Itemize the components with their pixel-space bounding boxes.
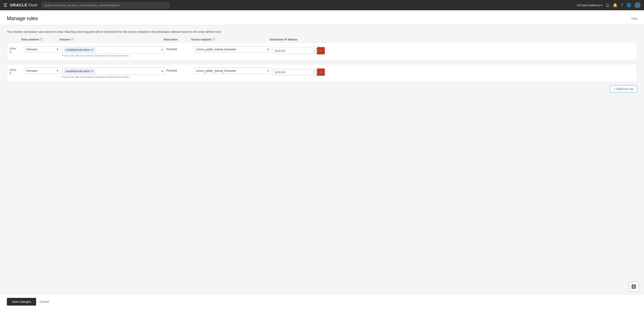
dest-ip-input-2[interactable] (272, 69, 313, 75)
region-label: US East (Ashburn) (577, 4, 600, 7)
source-endpoint-select-2[interactable]: ocivcn_public_subnet_forwarder (194, 68, 271, 74)
domains-hint-2: Press enter after each domain. Maximum o… (62, 76, 165, 78)
cloud-shell-icon[interactable]: ◫ (606, 3, 609, 8)
order-label-1: Order (10, 47, 16, 50)
help-link[interactable]: Help (632, 17, 637, 20)
col-source-endpoint-label: Source endpoint (191, 38, 212, 41)
page-header: Manage rules Help (0, 10, 644, 25)
delete-rule-btn-2[interactable]: − (317, 69, 325, 76)
col-destination-ip: Destination IP address (270, 38, 312, 41)
col-rule-condition: Rule condition ⓘ (22, 38, 58, 41)
notification-bell-icon[interactable]: 🔔 (613, 3, 618, 8)
additional-rule-row: + Additional rule (7, 85, 637, 92)
rule-row: Order 1 . Domains ▼ ociaddsdomain.demo ✕ (7, 43, 637, 61)
domains-tag-input-2[interactable]: ociaddsdomain.demo ✕ ▼ (62, 68, 165, 75)
nav-right: US East (Ashburn) ▾ ◫ 🔔 ? 🌐 👤 (577, 2, 640, 8)
oracle-logo: ORACLE Cloud (10, 3, 37, 8)
language-globe-icon[interactable]: 🌐 (626, 3, 631, 8)
hamburger-icon[interactable]: ☰ (4, 3, 7, 8)
domain-tag-text-2: ociaddsdomain.demo (66, 70, 90, 73)
domains-cell-1: ociaddsdomain.demo ✕ ▼ Press enter after… (62, 46, 165, 57)
top-nav: ☰ ORACLE Cloud US East (Ashburn) ▾ ◫ 🔔 ?… (0, 0, 644, 10)
dest-ip-wrapper-1: ▲ ▼ (272, 46, 315, 55)
domain-tag-1: ociaddsdomain.demo ✕ (64, 48, 95, 52)
source-endpoint-cell-1: ocivcn_public_subnet_forwarder ▼ (194, 46, 271, 53)
oracle-text: ORACLE (10, 3, 27, 8)
domains-dropdown-arrow-2: ▼ (161, 70, 163, 73)
rules-header: Rule condition ⓘ Domains ⓘ Rule action S… (7, 38, 637, 43)
rule-action-value-2: Forward (166, 69, 192, 72)
rule-condition-select-2[interactable]: Domains (24, 68, 60, 74)
support-widget-icon: 🆀 (632, 284, 636, 289)
page-title: Manage rules (7, 16, 38, 22)
domains-dropdown-arrow-1: ▼ (161, 48, 163, 51)
source-endpoint-select-wrapper-2: ocivcn_public_subnet_forwarder ▼ (194, 68, 271, 74)
rule-condition-info-icon[interactable]: ⓘ (40, 38, 42, 41)
rule-condition-select-wrapper-1: Domains ▼ (24, 46, 60, 53)
dest-ip-input-1[interactable] (272, 48, 313, 54)
help-circle-icon[interactable]: ? (621, 3, 623, 8)
domains-cell-2: ociaddsdomain.demo ✕ ▼ Press enter after… (62, 68, 165, 78)
col-source-endpoint: Source endpoint ⓘ (191, 38, 268, 41)
rule-condition-select-1[interactable]: Domains (24, 46, 60, 53)
order-label-2: Order (10, 69, 16, 72)
cloud-text: Cloud (28, 3, 37, 7)
domains-tag-input-1[interactable]: ociaddsdomain.demo ✕ ▼ (62, 46, 165, 54)
save-changes-button[interactable]: Save changes (7, 298, 36, 305)
user-avatar[interactable]: 👤 (634, 2, 640, 8)
page-description: This resolver will answer rules based on… (7, 30, 637, 33)
domains-hint-1: Press enter after each domain. Maximum o… (62, 54, 165, 57)
dest-ip-cell-1: ▲ ▼ (272, 46, 315, 55)
cancel-button[interactable]: Cancel (40, 300, 49, 303)
page-content: This resolver will answer rules based on… (0, 25, 644, 294)
page-footer: Save changes Cancel (0, 294, 644, 309)
rule-condition-select-wrapper-2: Domains ▼ (24, 68, 60, 74)
source-endpoint-info-icon[interactable]: ⓘ (212, 38, 215, 41)
col-domains-label: Domains (60, 38, 70, 41)
col-rule-action: Rule action (164, 38, 190, 41)
source-endpoint-select-wrapper-1: ocivcn_public_subnet_forwarder ▼ (194, 46, 271, 53)
domains-info-icon[interactable]: ⓘ (71, 38, 74, 41)
page-wrapper: Manage rules Help This resolver will ans… (0, 10, 644, 309)
source-endpoint-select-1[interactable]: ocivcn_public_subnet_forwarder (194, 46, 271, 53)
delete-cell-2: − (317, 68, 330, 76)
order-cell-1: Order 1 . (10, 46, 22, 53)
rule-action-value-1: Forward (166, 48, 192, 51)
add-rule-button[interactable]: + Additional rule (610, 85, 637, 92)
rule-row-2: Order 2 . Domains ▼ ociaddsdomain.demo ✕ (7, 64, 637, 82)
col-destination-ip-label: Destination IP address (270, 38, 298, 41)
domain-tag-remove-2[interactable]: ✕ (91, 70, 94, 73)
domain-tag-2: ociaddsdomain.demo ✕ (64, 69, 95, 73)
col-rule-action-label: Rule action (164, 38, 178, 41)
support-widget[interactable]: 🆀 (628, 282, 639, 292)
region-selector[interactable]: US East (Ashburn) ▾ (577, 4, 602, 7)
col-rule-condition-label: Rule condition (22, 38, 39, 41)
rule-action-cell-1: Forward (166, 46, 192, 51)
source-endpoint-cell-2: ocivcn_public_subnet_forwarder ▼ (194, 68, 271, 74)
delete-rule-btn-1[interactable]: − (317, 47, 325, 54)
global-search-input[interactable] (42, 2, 170, 8)
region-chevron-icon: ▾ (601, 4, 602, 7)
col-domains: Domains ⓘ (60, 38, 162, 41)
order-cell-2: Order 2 . (10, 68, 22, 75)
domain-tag-remove-1[interactable]: ✕ (91, 48, 94, 51)
rule-condition-cell-1: Domains ▼ (24, 46, 60, 53)
rule-condition-cell-2: Domains ▼ (24, 68, 60, 74)
delete-cell-1: − (317, 46, 330, 54)
order-num-1: 1 . (10, 50, 12, 53)
dest-ip-cell-2: ▲ ▼ (272, 68, 315, 77)
rule-action-cell-2: Forward (166, 68, 192, 72)
dest-ip-wrapper-2: ▲ ▼ (272, 68, 315, 77)
order-num-2: 2 . (10, 72, 12, 75)
domain-tag-text-1: ociaddsdomain.demo (66, 48, 90, 51)
